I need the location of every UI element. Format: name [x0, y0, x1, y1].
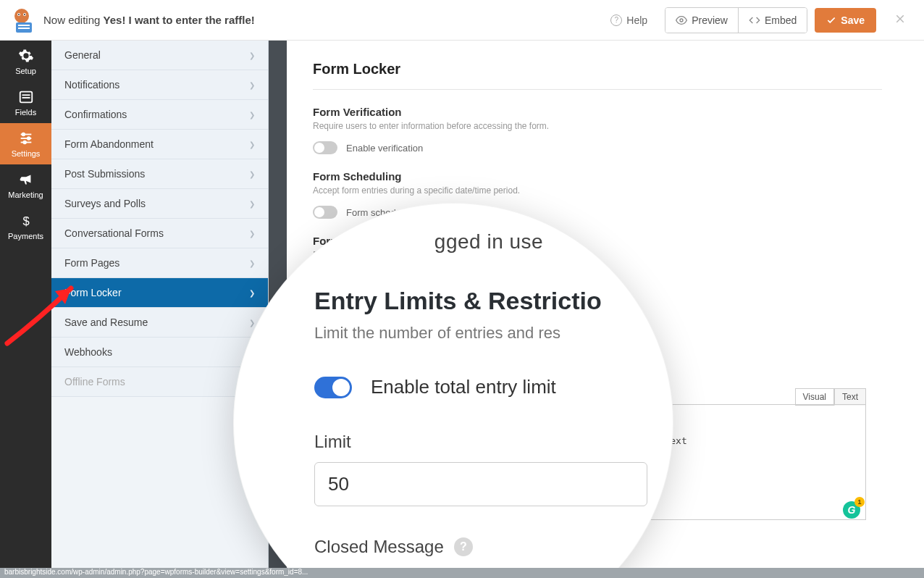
chevron-right-icon: ❯: [249, 289, 255, 297]
chevron-right-icon: ❯: [249, 170, 255, 178]
settings-item-post-submissions[interactable]: Post Submissions❯: [51, 159, 268, 189]
chevron-right-icon: ❯: [249, 259, 255, 267]
settings-item-surveys-polls[interactable]: Surveys and Polls❯: [51, 189, 268, 219]
nav-settings[interactable]: Settings: [0, 123, 51, 164]
close-button[interactable]: [883, 11, 917, 30]
svg-point-4: [24, 14, 25, 15]
svg-rect-10: [22, 94, 30, 96]
chevron-right-icon: ❯: [249, 111, 255, 119]
settings-item-form-locker[interactable]: Form Locker❯: [51, 278, 268, 308]
help-label: Help: [626, 14, 647, 26]
top-bar: Now editing Yes! I want to enter the raf…: [0, 0, 924, 41]
svg-rect-6: [18, 25, 30, 26]
page-title: Form Locker: [313, 61, 882, 78]
svg-text:$: $: [22, 214, 29, 227]
sliders-icon: [18, 130, 34, 146]
bullhorn-icon: [18, 172, 34, 188]
scheduling-toggle[interactable]: [313, 206, 337, 219]
settings-item-form-abandonment[interactable]: Form Abandonment❯: [51, 130, 268, 159]
nav-payments[interactable]: $ Payments: [0, 206, 51, 247]
nav-payments-label: Payments: [8, 232, 43, 240]
svg-point-16: [27, 137, 30, 140]
code-icon: [749, 14, 760, 26]
scheduling-title: Form Scheduling: [313, 170, 882, 183]
svg-point-0: [14, 9, 29, 23]
save-button[interactable]: Save: [815, 8, 876, 33]
limit-input[interactable]: [314, 462, 647, 506]
limit-label: Limit: [314, 432, 634, 452]
status-url: barbisbrightside.com/wp-admin/admin.php?…: [4, 568, 308, 576]
tab-visual[interactable]: Visual: [795, 388, 834, 406]
entry-limit-toggle-label: Enable total entry limit: [371, 376, 556, 398]
svg-rect-11: [22, 97, 30, 99]
list-icon: [18, 89, 34, 105]
topbar-left: Now editing Yes! I want to enter the raf…: [7, 6, 255, 35]
eye-icon: [676, 14, 687, 26]
help-icon: ?: [610, 14, 622, 26]
now-editing-label: Now editing Yes! I want to enter the raf…: [43, 14, 255, 26]
now-editing-prefix: Now editing: [43, 14, 104, 26]
verification-toggle-row: Enable verification: [313, 141, 882, 154]
nav-settings-label: Settings: [12, 149, 41, 158]
nav-setup-label: Setup: [15, 67, 36, 75]
verification-title: Form Verification: [313, 106, 882, 118]
preview-button[interactable]: Preview: [665, 8, 739, 33]
scheduling-desc: Accept form entries during a specific da…: [313, 185, 882, 196]
nav-fields-label: Fields: [15, 108, 36, 117]
grammarly-icon[interactable]: G: [843, 501, 860, 519]
editor-tabs: Visual Text: [795, 388, 866, 406]
chevron-right-icon: ❯: [249, 319, 255, 327]
status-bar: barbisbrightside.com/wp-admin/admin.php?…: [0, 568, 924, 578]
nav-marketing-label: Marketing: [8, 190, 43, 199]
dollar-icon: $: [18, 213, 34, 229]
help-link[interactable]: ? Help: [600, 9, 658, 32]
chevron-right-icon: ❯: [249, 200, 255, 208]
settings-item-confirmations[interactable]: Confirmations❯: [51, 100, 268, 130]
close-icon: [894, 12, 907, 25]
embed-button[interactable]: Embed: [739, 8, 807, 33]
verification-desc: Require users to enter information befor…: [313, 121, 882, 131]
check-icon: [826, 15, 836, 25]
settings-item-conversational-forms[interactable]: Conversational Forms❯: [51, 219, 268, 248]
settings-item-notifications[interactable]: Notifications❯: [51, 70, 268, 100]
chevron-right-icon: ❯: [249, 81, 255, 89]
chevron-right-icon: ❯: [249, 230, 255, 238]
settings-item-form-pages[interactable]: Form Pages❯: [51, 248, 268, 278]
entry-limit-toggle[interactable]: [314, 377, 352, 398]
verification-toggle-label: Enable verification: [346, 143, 423, 154]
wpforms-logo[interactable]: [7, 6, 36, 35]
preview-embed-group: Preview Embed: [665, 7, 807, 33]
form-title: Yes! I want to enter the raffle!: [104, 14, 255, 26]
help-tooltip-icon[interactable]: ?: [454, 537, 473, 556]
settings-panel: General❯ Notifications❯ Confirmations❯ F…: [51, 41, 269, 568]
settings-item-webhooks[interactable]: Webhooks❯: [51, 338, 268, 367]
entry-limit-toggle-row: Enable total entry limit: [314, 376, 634, 398]
nav-marketing[interactable]: Marketing: [0, 164, 51, 206]
tab-text[interactable]: Text: [834, 388, 866, 406]
gear-icon: [18, 48, 34, 64]
divider: [313, 89, 882, 90]
chevron-right-icon: ❯: [249, 51, 255, 59]
svg-point-17: [23, 141, 26, 143]
entry-limits-subheading: Limit the number of entries and res: [314, 324, 634, 343]
chevron-right-icon: ❯: [249, 141, 255, 148]
left-nav: Setup Fields Settings Marketing $ Paymen…: [0, 41, 51, 568]
preview-label: Preview: [692, 14, 728, 26]
nav-setup[interactable]: Setup: [0, 41, 51, 82]
closed-message-label: Closed Message: [314, 537, 444, 557]
svg-point-15: [22, 133, 25, 135]
closed-message-row: Closed Message ?: [314, 537, 634, 557]
settings-item-general[interactable]: General❯: [51, 41, 268, 70]
svg-point-3: [18, 14, 20, 15]
verification-toggle[interactable]: [313, 141, 337, 154]
settings-item-save-resume[interactable]: Save and Resume❯: [51, 308, 268, 338]
topbar-right: ? Help Preview Embed Save: [600, 7, 917, 33]
entry-limits-heading: Entry Limits & Restrictio: [314, 287, 634, 315]
embed-label: Embed: [765, 14, 797, 26]
svg-rect-7: [18, 28, 30, 29]
save-label: Save: [841, 14, 865, 26]
nav-fields[interactable]: Fields: [0, 82, 51, 123]
svg-point-8: [680, 19, 683, 22]
